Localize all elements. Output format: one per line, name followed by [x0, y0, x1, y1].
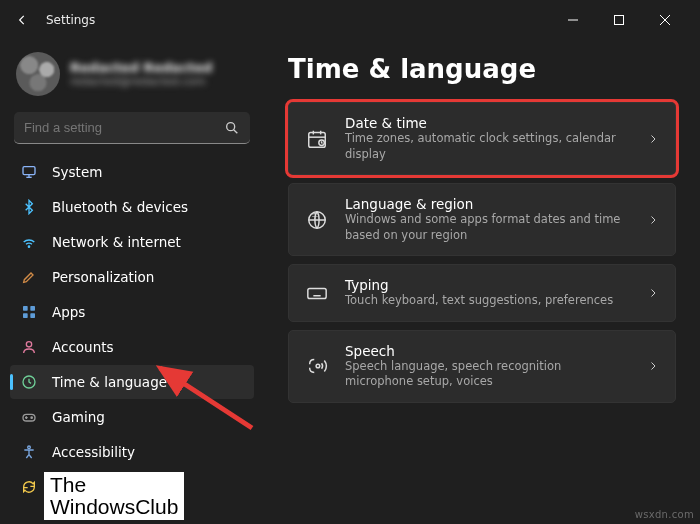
accounts-icon	[20, 338, 38, 356]
maximize-button[interactable]	[596, 5, 642, 35]
sidebar-item-label: Personalization	[52, 269, 154, 285]
settings-card-speech[interactable]: Speech Speech language, speech recogniti…	[288, 330, 676, 403]
settings-card-language[interactable]: 字 Language & region Windows and some app…	[288, 183, 676, 256]
minimize-button[interactable]	[550, 5, 596, 35]
sidebar-item-label: Apps	[52, 304, 85, 320]
svg-line-33	[160, 368, 252, 428]
sidebar-item-label: Gaming	[52, 409, 105, 425]
svg-rect-6	[23, 167, 35, 175]
svg-text:字: 字	[312, 212, 318, 220]
sidebar-item-label: Bluetooth & devices	[52, 199, 188, 215]
settings-card-keyboard[interactable]: Typing Touch keyboard, text suggestions,…	[288, 264, 676, 322]
svg-point-17	[31, 417, 32, 418]
window-title: Settings	[46, 13, 95, 27]
sidebar-item-label: Network & internet	[52, 234, 181, 250]
page-title: Time & language	[288, 54, 676, 84]
search-box[interactable]	[14, 112, 250, 144]
sidebar-item-label: Accounts	[52, 339, 114, 355]
titlebar: Settings	[0, 0, 700, 40]
personalization-icon	[20, 268, 38, 286]
language-icon: 字	[305, 208, 329, 232]
accessibility-icon	[20, 443, 38, 461]
card-title: Language & region	[345, 196, 631, 212]
card-desc: Speech language, speech recognition micr…	[345, 359, 631, 390]
sidebar-item-apps[interactable]: Apps	[10, 295, 254, 329]
sidebar-item-accounts[interactable]: Accounts	[10, 330, 254, 364]
sidebar: Redacted Redacted redacted@redacted.com …	[0, 40, 264, 524]
svg-point-4	[227, 122, 235, 130]
svg-rect-16	[23, 414, 35, 421]
nav-list: SystemBluetooth & devicesNetwork & inter…	[10, 154, 254, 524]
main-panel: Time & language Date & time Time zones, …	[264, 40, 700, 524]
sidebar-item-label: Accessibility	[52, 444, 135, 460]
card-title: Date & time	[345, 115, 631, 131]
sidebar-item-wifi[interactable]: Network & internet	[10, 225, 254, 259]
calendar-icon	[305, 127, 329, 151]
svg-rect-11	[30, 306, 35, 311]
footer-domain: wsxdn.com	[635, 509, 694, 520]
system-icon	[20, 163, 38, 181]
svg-line-5	[234, 129, 238, 133]
card-title: Typing	[345, 277, 631, 293]
annotation-arrow	[142, 360, 262, 440]
back-button[interactable]	[12, 10, 32, 30]
svg-rect-12	[23, 313, 28, 318]
sidebar-item-system[interactable]: System	[10, 155, 254, 189]
sidebar-item-bluetooth[interactable]: Bluetooth & devices	[10, 190, 254, 224]
card-title: Speech	[345, 343, 631, 359]
sidebar-item-label: System	[52, 164, 102, 180]
wifi-icon	[20, 233, 38, 251]
card-desc: Touch keyboard, text suggestions, prefer…	[345, 293, 631, 309]
chevron-right-icon	[647, 214, 659, 226]
bluetooth-icon	[20, 198, 38, 216]
svg-rect-10	[23, 306, 28, 311]
sidebar-item-personalization[interactable]: Personalization	[10, 260, 254, 294]
svg-point-9	[28, 246, 29, 247]
search-input[interactable]	[24, 120, 224, 135]
chevron-right-icon	[647, 287, 659, 299]
chevron-right-icon	[647, 360, 659, 372]
card-desc: Windows and some apps format dates and t…	[345, 212, 631, 243]
profile-block[interactable]: Redacted Redacted redacted@redacted.com	[10, 44, 254, 108]
settings-card-calendar[interactable]: Date & time Time zones, automatic clock …	[288, 102, 676, 175]
profile-name: Redacted Redacted	[70, 60, 212, 75]
update-icon	[20, 478, 38, 496]
svg-rect-26	[308, 288, 326, 298]
svg-rect-13	[30, 313, 35, 318]
svg-point-32	[316, 364, 320, 368]
svg-point-14	[26, 342, 31, 347]
card-desc: Time zones, automatic clock settings, ca…	[345, 131, 631, 162]
time-icon	[20, 373, 38, 391]
apps-icon	[20, 303, 38, 321]
avatar	[16, 52, 60, 96]
speech-icon	[305, 354, 329, 378]
svg-rect-1	[615, 16, 624, 25]
close-button[interactable]	[642, 5, 688, 35]
search-icon	[224, 120, 240, 136]
gaming-icon	[20, 408, 38, 426]
chevron-right-icon	[647, 133, 659, 145]
keyboard-icon	[305, 281, 329, 305]
profile-email: redacted@redacted.com	[70, 75, 212, 88]
svg-point-18	[28, 446, 31, 449]
watermark-logo: The WindowsClub	[44, 472, 184, 520]
sidebar-item-accessibility[interactable]: Accessibility	[10, 435, 254, 469]
